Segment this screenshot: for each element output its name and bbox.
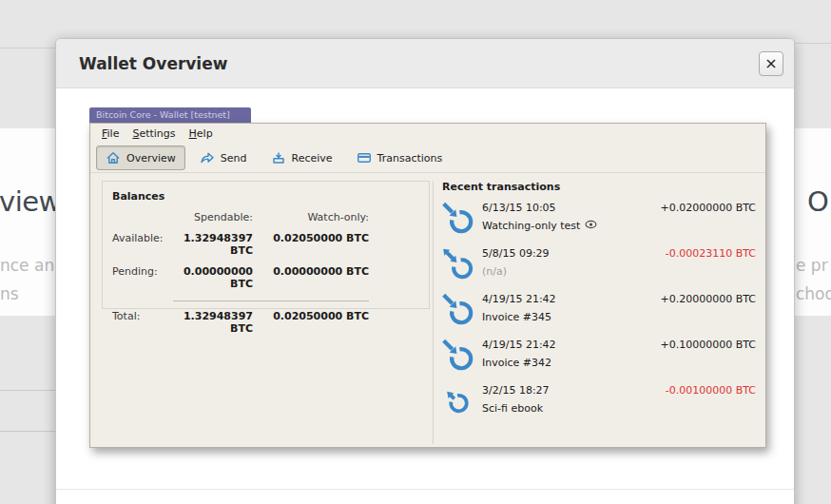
modal-header: Wallet Overview × [56,39,794,88]
balance-value: 0.02050000 BTC [253,232,369,257]
transaction-row[interactable]: 5/8/15 09:29 (n/a) -0.00023110 BTC [440,243,762,289]
bitcoin-core-window: File Settings Help Overview [89,123,766,448]
background-divider [0,431,55,432]
tx-date: 5/8/15 09:29 [482,247,666,260]
background-divider [795,43,831,44]
transaction-row[interactable]: 3/2/15 18:27 Sci-fi ebook -0.00100000 BT… [440,380,762,426]
balance-value: 0.00000000 BTC [253,265,369,290]
tab-overview[interactable]: Overview [96,145,185,170]
balance-label: Available: [112,232,173,257]
menu-settings[interactable]: Settings [126,126,182,142]
tx-sent-received-icon [440,243,482,281]
tx-label: (n/a) [482,265,507,278]
balances-panel: Balances Spendable: Watch-only: Availabl… [102,181,430,309]
tab-label: Overview [126,152,176,165]
page-background: view nce an ns O e pr choo Wallet Overvi… [0,0,831,504]
col-spendable: Spendable: [173,211,253,223]
tx-sent-icon [440,380,482,416]
tx-date: 6/13/15 10:05 [482,202,661,214]
tab-label: Receive [292,152,333,165]
balance-label: Total: [112,310,173,335]
balances-separator [173,300,253,301]
close-button[interactable]: × [759,51,783,76]
recent-transactions-panel: Recent transactions 6/13/15 10:05 Watchi… [440,181,762,426]
bitcoin-core-screenshot: Bitcoin Core - Wallet [testnet] File Set… [89,107,766,448]
background-divider [0,48,55,48]
background-text-fragment: e pr [796,256,828,275]
toolbar: Overview Send Receive [90,144,765,173]
send-arrow-icon [200,150,215,165]
balance-value: 0.00000000 BTC [173,265,253,290]
transaction-list: 6/13/15 10:05 Watching-only test +0.0200… [440,198,762,426]
tx-label: Invoice #345 [482,311,551,323]
background-text-fragment: ns [0,284,19,303]
tx-amount: +0.02000000 BTC [661,198,763,214]
tx-received-icon [440,335,482,373]
tx-received-icon [440,289,482,327]
wallet-overview-modal: Wallet Overview × Bitcoin Core - Wallet … [55,38,795,504]
tx-date: 4/19/15 21:42 [482,339,661,351]
menu-file[interactable]: File [95,126,126,142]
balance-value: 1.32948397 BTC [173,232,253,257]
tx-label: Watching-only test [482,220,580,232]
balance-value: 0.02050000 BTC [253,310,369,335]
tx-amount: +0.20000000 BTC [661,289,763,305]
tx-label: Invoice #342 [482,357,551,369]
tab-transactions[interactable]: Transactions [347,145,453,170]
tab-label: Send [221,152,247,165]
background-content-left: view nce an ns [0,128,55,316]
background-text-fragment: choo [796,284,831,303]
modal-footer-divider [56,489,794,490]
tx-label: Sci-fi ebook [482,402,543,415]
window-titlebar: Bitcoin Core - Wallet [testnet] [89,107,251,123]
tab-send[interactable]: Send [190,145,257,170]
tab-receive[interactable]: Receive [261,145,342,170]
modal-title: Wallet Overview [79,39,227,88]
tx-amount: -0.00023110 BTC [666,243,762,260]
col-watchonly: Watch-only: [253,211,369,223]
balances-title: Balances [112,190,419,203]
home-icon [106,150,121,165]
balances-table: Spendable: Watch-only: Available: 1.3294… [112,211,419,335]
transaction-row[interactable]: 6/13/15 10:05 Watching-only test +0.0200… [440,198,762,243]
balance-value: 1.32948397 BTC [173,310,253,335]
menu-bar: File Settings Help [90,124,765,144]
background-heading-fragment: O [807,185,828,218]
receive-inbox-icon [271,150,286,165]
card-icon [357,150,372,165]
tx-received-icon [440,198,482,236]
panel-divider [433,181,434,444]
watch-only-eye-icon [585,220,597,232]
background-heading-fragment: view [0,185,55,218]
balances-separator [253,300,369,301]
background-content-right: O e pr choo [795,128,831,316]
tx-date: 3/2/15 18:27 [482,384,666,397]
transaction-row[interactable]: 4/19/15 21:42 Invoice #342 +0.10000000 B… [440,335,762,380]
overview-content: Balances Spendable: Watch-only: Availabl… [90,173,765,447]
recent-transactions-title: Recent transactions [440,181,762,193]
background-divider [0,390,55,391]
balance-label: Pending: [112,265,173,290]
transaction-row[interactable]: 4/19/15 21:42 Invoice #345 +0.20000000 B… [440,289,762,335]
tx-date: 4/19/15 21:42 [482,293,661,305]
background-text-fragment: nce an [0,256,54,275]
menu-help[interactable]: Help [183,126,220,142]
tab-label: Transactions [377,152,443,165]
tx-amount: -0.00100000 BTC [666,380,762,397]
tx-amount: +0.10000000 BTC [661,335,763,351]
